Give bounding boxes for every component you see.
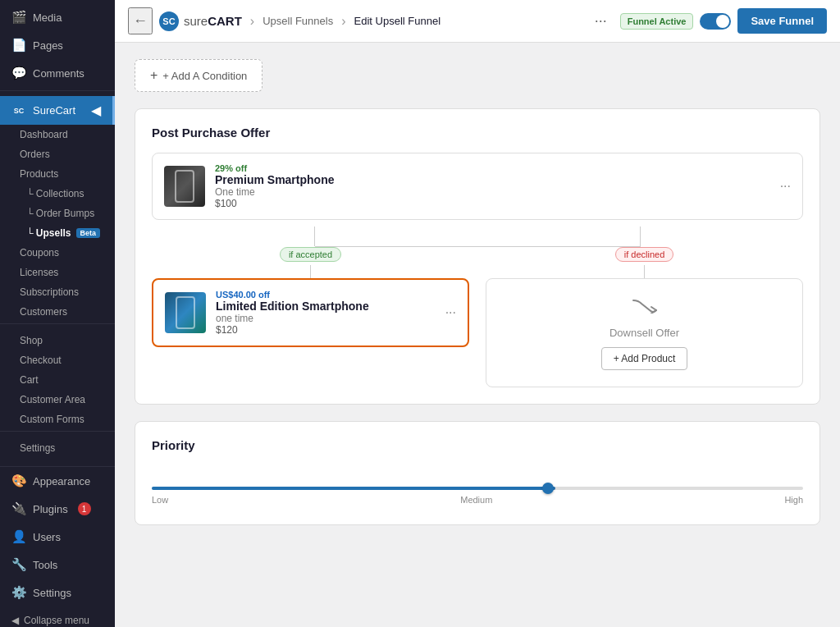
logo-text: sureCART (184, 14, 242, 28)
sidebar-item-subscriptions[interactable]: Subscriptions (0, 282, 115, 302)
sidebar-label-users: Users (33, 531, 61, 543)
sidebar-label-plugins: Plugins (33, 503, 68, 515)
accepted-offer-box[interactable]: US$40.00 off Limited Edition Smartphone … (152, 278, 469, 347)
priority-card: Priority Low Medium High (135, 421, 820, 525)
sidebar-item-cart[interactable]: Cart (0, 370, 115, 390)
sidebar-item-products[interactable]: Products (0, 164, 115, 184)
breadcrumb-sep2: › (341, 14, 345, 29)
downsell-label: Downsell Offer (609, 327, 679, 339)
accepted-offer-details: US$40.00 off Limited Edition Smartphone … (216, 290, 436, 336)
accepted-offer-billing: one time (216, 313, 436, 324)
sidebar-item-appearance[interactable]: 🎨 Appearance (0, 467, 115, 495)
tools-icon: 🔧 (11, 557, 26, 572)
post-purchase-card: Post Purchase Offer 29% off Premium Smar… (135, 108, 820, 405)
sidebar-item-plugins[interactable]: 🔌 Plugins 1 (0, 495, 115, 523)
post-purchase-title: Post Purchase Offer (152, 126, 803, 140)
sidebar-item-settings-header[interactable]: Settings (0, 438, 115, 458)
funnel-active-badge: Funnel Active (620, 13, 694, 30)
sidebar-item-tools[interactable]: 🔧 Tools (0, 551, 115, 579)
breadcrumb-sep1: › (250, 14, 254, 29)
media-icon: 🎬 (11, 10, 26, 25)
pages-icon: 📄 (11, 38, 26, 53)
back-button[interactable]: ← (128, 7, 153, 34)
downsell-column: Downsell Offer + Add Product (486, 278, 803, 387)
toggle-knob (716, 15, 729, 28)
settings-icon: ⚙️ (11, 585, 26, 600)
sidebar-item-licenses[interactable]: Licenses (0, 263, 115, 282)
sidebar-item-media[interactable]: 🎬 Media (0, 3, 115, 31)
downsell-box: Downsell Offer + Add Product (486, 278, 803, 387)
sidebar-item-coupons[interactable]: Coupons (0, 243, 115, 263)
main-offer-image (164, 166, 205, 207)
slider-label-medium: Medium (460, 495, 492, 505)
content-area: + + Add A Condition Post Purchase Offer … (115, 43, 840, 627)
sidebar-item-settings[interactable]: ⚙️ Settings (0, 579, 115, 606)
accepted-offer-price: $120 (216, 324, 436, 336)
surecart-icon: SC (11, 103, 26, 118)
sidebar-item-customers[interactable]: Customers (0, 302, 115, 322)
sidebar-label-appearance: Appearance (33, 475, 90, 487)
add-product-button[interactable]: + Add Product (601, 347, 688, 370)
sidebar-item-order-bumps[interactable]: └ Order Bumps (0, 204, 115, 223)
sidebar-item-collections[interactable]: └ Collections (0, 184, 115, 204)
users-icon: 👤 (11, 529, 26, 544)
logo-circle: SC (159, 11, 179, 31)
sidebar-label-settings: Settings (33, 587, 71, 599)
main-area: ← SC sureCART › Upsell Funnels › Edit Up… (115, 0, 840, 627)
sidebar-item-upsells[interactable]: └ Upsells Beta (0, 223, 115, 243)
sidebar-item-dashboard[interactable]: Dashboard (0, 125, 115, 144)
breadcrumb-upsell-funnels[interactable]: Upsell Funnels (262, 15, 333, 27)
main-offer-discount: 29% off (215, 163, 770, 173)
sidebar-item-comments[interactable]: 💬 Comments (0, 59, 115, 87)
sidebar-label-tools: Tools (33, 559, 57, 571)
slider-track (152, 487, 803, 490)
sidebar-item-orders[interactable]: Orders (0, 144, 115, 164)
main-offer-details: 29% off Premium Smartphone One time $100 (215, 163, 770, 209)
sidebar-label-comments: Comments (33, 67, 84, 80)
priority-slider-container: Low Medium High (152, 465, 803, 508)
accepted-offer-name: Limited Edition Smartphone (216, 300, 436, 313)
collapse-label: Collapse menu (24, 615, 89, 626)
accepted-offer-column: US$40.00 off Limited Edition Smartphone … (152, 278, 469, 347)
comments-icon: 💬 (11, 66, 26, 80)
save-funnel-button[interactable]: Save Funnel (737, 8, 827, 34)
if-accepted-tag: if accepted (280, 247, 341, 262)
topbar-current-page: Edit Upsell Funnel (354, 15, 441, 27)
plus-icon: + (150, 68, 158, 83)
main-offer-name: Premium Smartphone (215, 173, 770, 186)
if-declined-tag: if declined (615, 247, 674, 262)
sidebar: 🎬 Media 📄 Pages 💬 Comments SC SureCart ◀… (0, 0, 115, 627)
plugins-badge: 1 (78, 502, 91, 515)
sidebar-item-surecart[interactable]: SC SureCart ◀ (0, 96, 115, 125)
topbar-more-button[interactable]: ··· (588, 9, 614, 33)
sidebar-item-pages[interactable]: 📄 Pages (0, 31, 115, 59)
accepted-offer-discount: US$40.00 off (216, 290, 436, 300)
slider-label-low: Low (152, 495, 168, 505)
funnel-active-toggle[interactable] (700, 13, 731, 30)
main-offer-price: $100 (215, 198, 770, 209)
slider-fill (152, 487, 555, 490)
main-offer-menu[interactable]: ··· (780, 179, 791, 194)
sidebar-label-pages: Pages (33, 39, 63, 52)
sidebar-label-surecart: SureCart (33, 104, 75, 117)
sidebar-item-shop[interactable]: Shop (0, 331, 115, 350)
slider-label-high: High (784, 495, 803, 505)
flow-columns: US$40.00 off Limited Edition Smartphone … (152, 278, 803, 387)
slider-labels: Low Medium High (152, 495, 803, 505)
main-offer-billing: One time (215, 186, 770, 198)
sidebar-item-custom-forms[interactable]: Custom Forms (0, 410, 115, 429)
sidebar-label-media: Media (33, 11, 62, 24)
sidebar-item-customer-area[interactable]: Customer Area (0, 390, 115, 410)
surecart-logo: SC sureCART (159, 11, 242, 31)
main-offer-box[interactable]: 29% off Premium Smartphone One time $100… (152, 153, 803, 220)
accepted-offer-image (165, 292, 206, 333)
sidebar-item-checkout[interactable]: Checkout (0, 350, 115, 370)
topbar: ← SC sureCART › Upsell Funnels › Edit Up… (115, 0, 840, 43)
accepted-offer-menu[interactable]: ··· (445, 305, 456, 320)
add-condition-button[interactable]: + + Add A Condition (135, 59, 262, 92)
collapse-menu-button[interactable]: ◀ Collapse menu (0, 606, 115, 627)
add-condition-label: + Add A Condition (162, 70, 247, 82)
appearance-icon: 🎨 (11, 474, 26, 488)
downsell-icon (632, 295, 658, 318)
sidebar-item-users[interactable]: 👤 Users (0, 523, 115, 551)
